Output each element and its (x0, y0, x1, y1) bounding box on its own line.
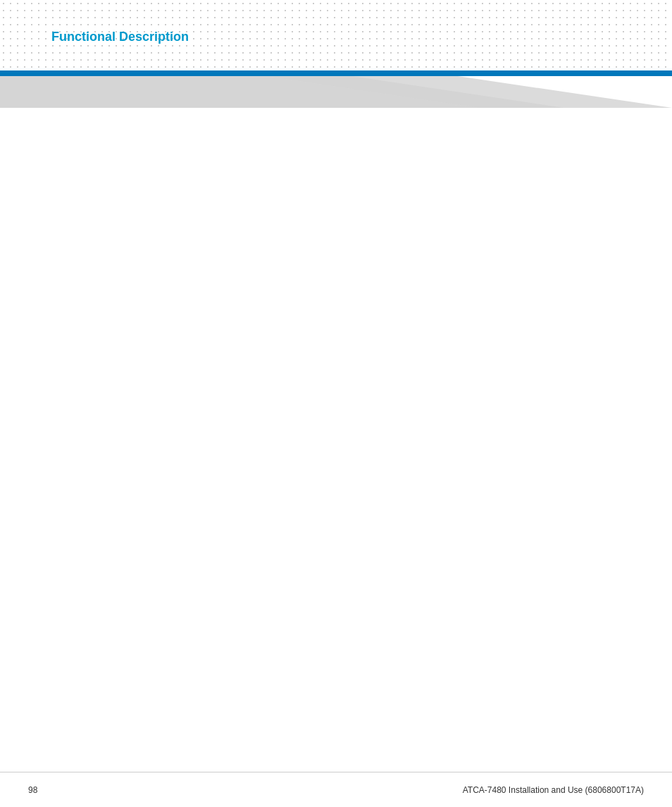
header: Functional Description (0, 0, 672, 70)
footer-document-title: ATCA-7480 Installation and Use (6806800T… (463, 785, 644, 795)
page-title: Functional Description (51, 30, 189, 44)
footer: 98 ATCA-7480 Installation and Use (68068… (0, 772, 672, 807)
gray-wedge-graphic (0, 76, 672, 108)
main-content-area (0, 108, 672, 772)
blue-bar-divider (0, 70, 672, 76)
gray-wedge-area (0, 76, 672, 108)
footer-page-number: 98 (28, 785, 37, 795)
